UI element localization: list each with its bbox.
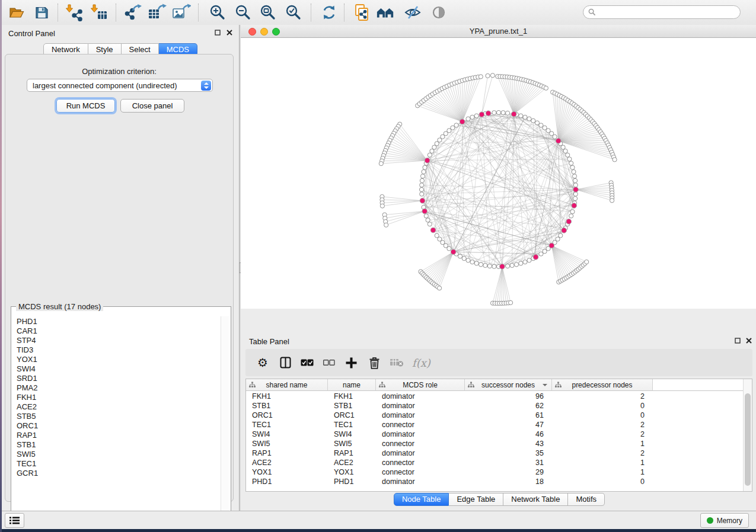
clone-network-icon[interactable] (352, 3, 371, 22)
table-cell[interactable]: 2 (552, 392, 652, 401)
graph-node[interactable] (585, 260, 589, 264)
graph-node[interactable] (438, 286, 442, 290)
graph-node[interactable] (470, 260, 474, 264)
table-row[interactable]: SWI5SWI5connector431 (246, 439, 745, 448)
graph-node[interactable] (506, 264, 510, 268)
network-window-titlebar[interactable]: YPA_prune.txt_1 (241, 25, 756, 38)
search-field[interactable] (583, 5, 741, 19)
graph-node[interactable] (479, 262, 483, 267)
graph-node[interactable] (435, 233, 439, 238)
graph-node[interactable] (428, 222, 432, 226)
graph-hub-node[interactable] (420, 198, 425, 204)
graph-node[interactable] (569, 214, 573, 218)
table-cell[interactable]: dominator (376, 392, 462, 401)
mcds-result-item[interactable]: ACE2 (17, 402, 38, 412)
mcds-result-item[interactable]: PHD1 (17, 317, 38, 326)
graph-node[interactable] (474, 261, 479, 265)
table-cell[interactable]: PHD1 (246, 477, 326, 486)
graph-node[interactable] (470, 115, 474, 119)
mcds-result-scrollbar[interactable] (221, 316, 229, 524)
graph-hub-node[interactable] (562, 228, 567, 233)
graph-node[interactable] (466, 117, 470, 121)
table-cell[interactable]: connector (376, 467, 462, 477)
open-file-icon[interactable] (7, 3, 26, 22)
export-image-icon[interactable] (172, 3, 191, 22)
table-cell[interactable]: 1 (552, 467, 652, 477)
graph-node[interactable] (501, 111, 505, 115)
table-cell[interactable]: connector (376, 458, 462, 467)
graph-node[interactable] (573, 192, 578, 196)
mcds-result-item[interactable]: CAR1 (17, 326, 38, 336)
table-cell[interactable]: STB1 (328, 401, 374, 411)
graph-node[interactable] (379, 162, 383, 166)
table-cell[interactable]: 0 (552, 411, 652, 420)
graph-node[interactable] (423, 165, 427, 169)
tab-edge-table[interactable]: Edge Table (449, 493, 503, 506)
graph-node[interactable] (466, 258, 470, 262)
graph-node[interactable] (420, 192, 424, 196)
graph-node[interactable] (567, 157, 572, 161)
graph-node[interactable] (514, 262, 518, 267)
table-cell[interactable]: 1 (552, 458, 652, 467)
graph-node[interactable] (539, 123, 543, 127)
graph-hub-node[interactable] (479, 112, 484, 117)
export-table-icon[interactable] (148, 3, 167, 22)
table-row[interactable]: STB1STB1dominator620 (246, 401, 745, 411)
graph-node[interactable] (483, 263, 487, 267)
network-overview-icon[interactable] (376, 3, 395, 22)
graph-node[interactable] (487, 264, 492, 268)
table-cell[interactable]: dominator (376, 411, 462, 420)
mcds-result-item[interactable]: STP4 (17, 336, 38, 345)
graph-hub-node[interactable] (422, 209, 428, 214)
table-cell[interactable]: 43 (465, 439, 551, 448)
table-cell[interactable]: dominator (376, 477, 462, 486)
table-cell[interactable]: 0 (552, 401, 652, 411)
float-panel-icon[interactable] (215, 30, 221, 36)
close-panel-icon[interactable] (746, 338, 752, 344)
export-network-icon[interactable] (124, 3, 143, 22)
graph-node[interactable] (380, 204, 384, 208)
graph-node[interactable] (535, 121, 539, 125)
graph-hub-node[interactable] (556, 139, 561, 144)
mcds-result-item[interactable]: ORC1 (17, 421, 38, 431)
graph-node[interactable] (563, 149, 567, 153)
table-cell[interactable]: 18 (465, 477, 551, 486)
tab-network-table[interactable]: Network Table (503, 493, 568, 506)
graph-node[interactable] (451, 126, 455, 130)
graph-hub-node[interactable] (533, 255, 538, 260)
graph-node[interactable] (426, 218, 430, 222)
table-cell[interactable]: ACE2 (246, 458, 326, 467)
graph-node[interactable] (424, 214, 428, 218)
table-row[interactable]: ACE2ACE2connector311 (246, 458, 745, 467)
table-cell[interactable]: YOX1 (328, 467, 374, 477)
graph-node[interactable] (492, 111, 496, 115)
column-header-successor-nodes[interactable]: successor nodes (465, 379, 552, 391)
graph-node[interactable] (492, 264, 496, 268)
graph-node[interactable] (479, 75, 483, 79)
mcds-result-item[interactable]: SWI4 (17, 364, 38, 374)
table-cell[interactable]: YOX1 (246, 467, 326, 477)
memory-button[interactable]: Memory (700, 513, 749, 528)
column-header-shared-name[interactable]: shared name (246, 379, 328, 391)
graph-hub-node[interactable] (566, 219, 572, 225)
zoom-out-icon[interactable] (234, 3, 253, 22)
deselect-all-checkboxes-icon[interactable] (323, 354, 335, 371)
graph-node[interactable] (523, 260, 527, 264)
table-cell[interactable]: FKH1 (246, 392, 326, 401)
graph-node[interactable] (613, 158, 617, 162)
table-row[interactable]: RAP1RAP1dominator352 (246, 448, 745, 458)
table-cell[interactable]: TEC1 (328, 420, 374, 430)
mcds-result-list[interactable]: PHD1CAR1STP4TID3YOX1SWI4SRD1PMA2FKH1ACE2… (17, 317, 38, 478)
table-cell[interactable]: 62 (465, 401, 551, 411)
table-cell[interactable]: SWI4 (328, 430, 374, 439)
mcds-result-item[interactable]: GCR1 (17, 469, 38, 478)
graph-node[interactable] (531, 118, 535, 123)
graph-node[interactable] (572, 174, 576, 178)
graph-hub-node[interactable] (549, 243, 554, 248)
graph-node[interactable] (570, 210, 575, 214)
scrollbar-thumb[interactable] (745, 393, 751, 486)
table-cell[interactable]: 29 (465, 467, 551, 477)
graph-node[interactable] (474, 114, 479, 118)
table-cell[interactable]: RAP1 (246, 448, 326, 458)
graph-hub-node[interactable] (572, 203, 577, 209)
